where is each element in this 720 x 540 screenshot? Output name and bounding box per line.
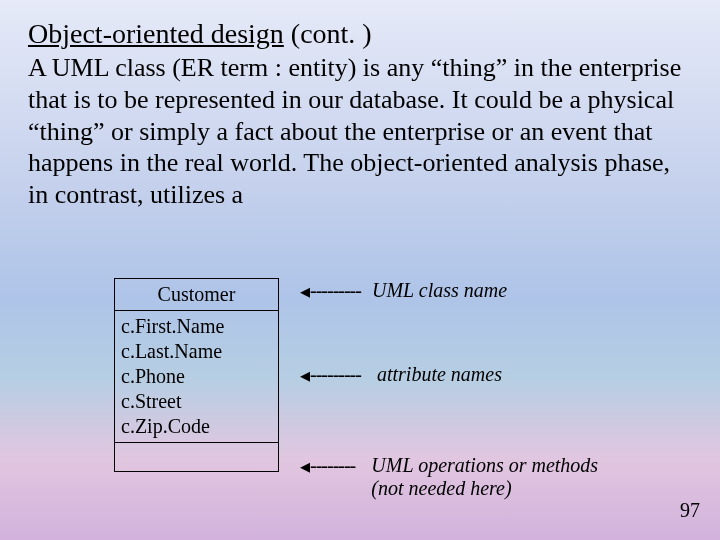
uml-attribute: c.Zip.Code <box>121 414 272 439</box>
body-paragraph: A UML class (ER term : entity) is any “t… <box>28 52 692 211</box>
uml-attributes: c.First.Name c.Last.Name c.Phone c.Stree… <box>115 311 278 443</box>
title-underlined: Object-oriented design <box>28 18 284 49</box>
arrowhead-icon: ◂ <box>300 455 310 478</box>
annotation-attributes: ◂--------- attribute names <box>300 362 502 386</box>
annotation-text: UML class name <box>372 279 507 301</box>
annotation-classname: ◂--------- UML class name <box>300 278 507 302</box>
annotation-text: (not needed here) <box>371 477 511 499</box>
uml-class-name: Customer <box>115 279 278 311</box>
dash-arrow-icon: -------- <box>310 454 355 477</box>
uml-attribute: c.Last.Name <box>121 339 272 364</box>
annotation-text: UML operations or methods <box>371 454 598 476</box>
page-number: 97 <box>680 499 700 522</box>
uml-class-box: Customer c.First.Name c.Last.Name c.Phon… <box>114 278 279 472</box>
dash-arrow-icon: --------- <box>310 279 361 302</box>
dash-arrow-icon: --------- <box>310 363 361 386</box>
arrowhead-icon: ◂ <box>300 363 310 387</box>
slide: Object-oriented design (cont. ) A UML cl… <box>0 0 720 540</box>
uml-attribute: c.First.Name <box>121 314 272 339</box>
uml-operations-empty <box>115 443 278 471</box>
uml-attribute: c.Street <box>121 389 272 414</box>
arrowhead-icon: ◂ <box>300 279 310 303</box>
annotation-operations: ◂-------- UML operations or methods ◂---… <box>300 454 598 500</box>
slide-title: Object-oriented design (cont. ) <box>28 18 692 50</box>
uml-attribute: c.Phone <box>121 364 272 389</box>
annotation-text: attribute names <box>377 363 502 385</box>
title-rest: (cont. ) <box>284 18 372 49</box>
